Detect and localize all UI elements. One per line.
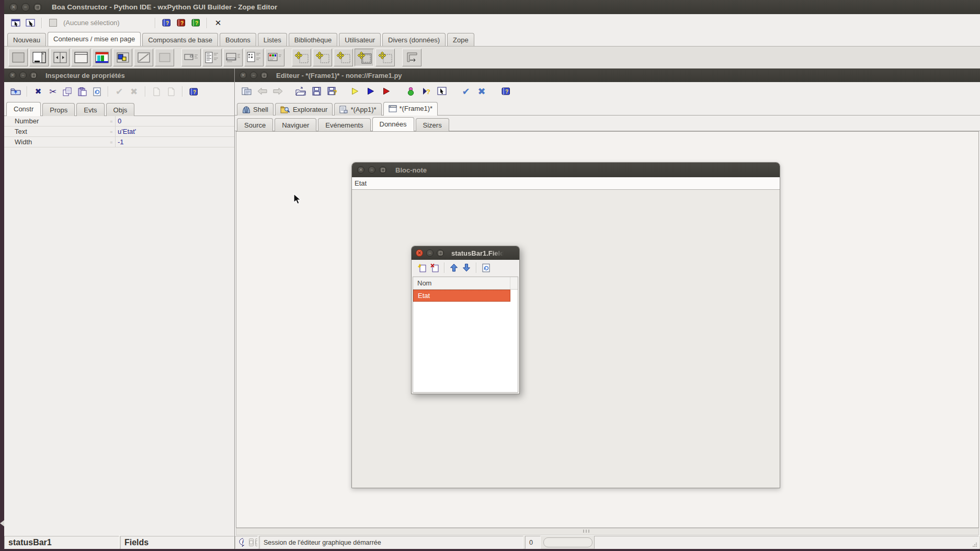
inspector-tab-props[interactable]: Props (42, 103, 75, 116)
run-module-button[interactable] (348, 84, 362, 98)
palette-box-sizer-button[interactable] (334, 49, 353, 66)
subtab-source[interactable]: Source (237, 118, 273, 131)
palette-scrolled-window-button[interactable] (134, 49, 153, 66)
delete-field-button[interactable] (428, 261, 441, 274)
tab-bibliotheque[interactable]: Bibliothèque (289, 33, 338, 46)
tab-boutons[interactable]: Boutons (220, 33, 256, 46)
palette-splitter-window-button[interactable] (50, 49, 70, 66)
field-list-item[interactable]: Etat (413, 290, 510, 302)
inspector-help-button[interactable]: ? (186, 84, 201, 99)
recycle-page-button[interactable] (89, 84, 104, 99)
tab-conteneurs[interactable]: Conteneurs / mise en page (48, 32, 141, 46)
property-splitter-handle[interactable]: = (108, 129, 115, 134)
debug-run-button[interactable] (379, 84, 394, 98)
paste-button[interactable] (75, 84, 89, 99)
print-pages-button[interactable] (239, 84, 254, 98)
palette-color-cells-button[interactable] (265, 49, 284, 66)
cut-button[interactable]: ✂ (45, 84, 60, 99)
designer-surface[interactable]: ✕ − Bloc-note Etat ✕ − statusBar1.Field (236, 131, 979, 528)
close-icon[interactable]: ✕ (240, 72, 247, 79)
minimize-icon[interactable]: − (250, 72, 257, 79)
help-book-blue-button[interactable]: ? (159, 16, 174, 30)
property-row[interactable]: Text = u'Etat' (4, 127, 234, 137)
minimize-icon[interactable]: − (21, 3, 30, 12)
debugger-button[interactable] (403, 84, 418, 98)
inspector-tab-constr[interactable]: Constr (6, 102, 41, 116)
maximize-icon[interactable] (260, 72, 268, 79)
property-value[interactable]: u'Etat' (115, 127, 234, 136)
palette-spacer-button[interactable] (402, 49, 421, 66)
tab-divers[interactable]: Divers (données) (382, 33, 446, 46)
cancel-button[interactable]: ✖ (474, 84, 489, 98)
tab-frame1[interactable]: *(Frame1)* (383, 102, 438, 116)
palette-grid-sizer-button[interactable] (292, 49, 311, 66)
statusbar-fields-dialog[interactable]: ✕ − statusBar1.Field (411, 246, 520, 394)
designed-statusbar-field[interactable]: Etat (352, 177, 780, 190)
designer-sash[interactable] (236, 528, 979, 535)
open-button[interactable] (293, 84, 308, 98)
palette-panel-plain-button[interactable] (155, 49, 174, 66)
close-icon[interactable]: ✕ (416, 249, 423, 257)
subtab-sizers[interactable]: Sizers (416, 118, 449, 131)
property-value[interactable]: -1 (115, 137, 234, 147)
move-down-button[interactable] (460, 261, 473, 274)
subtab-donnees[interactable]: Données (372, 117, 414, 131)
property-row[interactable]: Width = -1 (4, 137, 234, 147)
maximize-icon[interactable] (30, 72, 37, 79)
confirm-button[interactable]: ✔ (459, 84, 473, 98)
resize-grip[interactable] (972, 542, 977, 547)
tab-listes[interactable]: Listes (258, 33, 287, 46)
selection-checkbox[interactable] (45, 16, 60, 30)
sash-grip[interactable] (583, 530, 590, 533)
close-icon[interactable]: ✕ (9, 3, 18, 12)
maximize-icon[interactable] (437, 249, 444, 257)
minimize-icon[interactable]: − (426, 249, 434, 257)
save-button[interactable] (309, 84, 324, 98)
palette-notebook-button[interactable] (29, 49, 49, 66)
new-field-button[interactable] (416, 261, 428, 274)
inspect-frame-button[interactable] (435, 84, 449, 98)
copy-button[interactable] (60, 84, 75, 99)
palette-image-window-button[interactable] (113, 49, 132, 66)
inspector-tab-objs[interactable]: Objs (106, 103, 135, 116)
tab-nouveau[interactable]: Nouveau (7, 33, 46, 46)
property-splitter-handle[interactable]: = (108, 140, 115, 145)
mini-window-button[interactable] (249, 538, 254, 546)
property-row[interactable]: Number = 0 (4, 116, 234, 127)
property-value[interactable]: 0 (115, 116, 234, 126)
palette-panel-button[interactable] (8, 49, 28, 66)
inspector-window-button[interactable] (8, 16, 23, 30)
subtab-naviguer[interactable]: Naviguer (275, 118, 316, 131)
palette-status-window-button[interactable] (223, 49, 243, 66)
palette-spacer-sizer-button[interactable] (375, 49, 395, 66)
designer-window-button[interactable] (23, 16, 38, 30)
palette-list-window-button[interactable] (202, 49, 222, 66)
mini-window-button[interactable] (255, 538, 258, 546)
subtab-evenements[interactable]: Evénements (318, 118, 370, 131)
close-icon[interactable]: ✕ (9, 72, 16, 79)
palette-static-frame-button[interactable] (71, 49, 90, 66)
tab-explorateur[interactable]: Explorateur (275, 103, 333, 116)
save-as-help-button[interactable]: ? (325, 84, 339, 98)
run-app-button[interactable] (363, 84, 378, 98)
tab-composants[interactable]: Composants de base (142, 33, 218, 46)
palette-flex-grid-sizer-button[interactable] (313, 49, 332, 66)
move-up-button[interactable] (448, 261, 460, 274)
help-book-green-button[interactable]: ? (188, 16, 203, 30)
column-header-nom[interactable]: Nom (413, 277, 510, 289)
name-parent-button[interactable] (8, 84, 23, 99)
maximize-icon[interactable] (33, 3, 42, 12)
context-help-button[interactable]: ? (419, 84, 434, 98)
inspector-tab-evts[interactable]: Evts (76, 103, 104, 116)
tab-shell[interactable]: Shell (237, 103, 274, 116)
tab-app1[interactable]: *(App1)* (334, 103, 381, 116)
tab-utilisateur[interactable]: Utilisateur (339, 33, 381, 46)
help-book-red-button[interactable]: ? (174, 16, 188, 30)
palette-tool-window-button[interactable] (181, 49, 201, 66)
delete-item-button[interactable]: ✖ (31, 84, 45, 99)
close-selection-button[interactable]: ✕ (211, 16, 225, 30)
editor-help-button[interactable]: ? (498, 84, 513, 98)
property-splitter-handle[interactable]: = (108, 119, 115, 124)
post-fields-button[interactable] (480, 261, 492, 274)
palette-static-box-sizer-button[interactable] (355, 49, 374, 66)
